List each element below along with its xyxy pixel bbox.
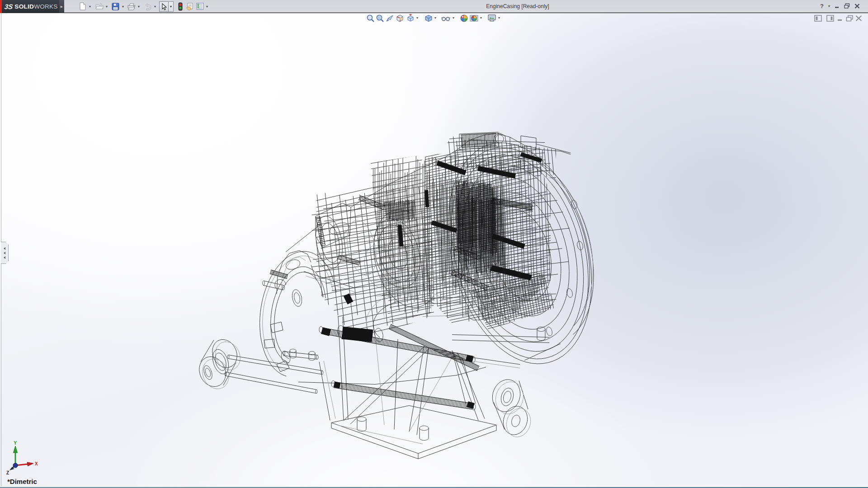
- close-doc-icon: [855, 15, 863, 22]
- svg-text:Y: Y: [14, 440, 17, 446]
- new-document-icon: [79, 2, 86, 10]
- hide-show-items-button[interactable]: [441, 14, 450, 23]
- show-display-pane-button[interactable]: [826, 15, 834, 22]
- options-icon: [196, 2, 204, 10]
- previous-view-icon: [386, 14, 394, 23]
- apply-scene-icon: [470, 14, 478, 23]
- options-button[interactable]: [195, 1, 205, 11]
- graphics-viewport[interactable]: ▼ ▼ ▼: [0, 13, 868, 486]
- reference-triad: Y X Z: [0, 439, 40, 475]
- feature-pane-icon: [814, 15, 822, 22]
- glasses-icon: [441, 14, 450, 23]
- menu-expand-arrow[interactable]: ▶: [59, 0, 64, 13]
- open-button[interactable]: [95, 1, 104, 11]
- view-settings-button[interactable]: [487, 14, 496, 23]
- print-icon: [127, 3, 136, 10]
- display-style-button[interactable]: [424, 14, 433, 23]
- brand-name-light: WORKS: [34, 3, 58, 10]
- file-properties-icon: [186, 2, 194, 10]
- print-button[interactable]: [127, 1, 136, 11]
- save-floppy-icon: [112, 3, 119, 10]
- open-folder-icon: [95, 3, 104, 10]
- svg-text:X: X: [35, 461, 38, 466]
- undo-dropdown[interactable]: ▼: [153, 1, 157, 11]
- file-properties-button[interactable]: [185, 1, 195, 11]
- feature-panel-collapsed-tab[interactable]: [1, 242, 9, 264]
- save-dropdown[interactable]: ▼: [121, 1, 125, 11]
- select-dropdown[interactable]: ▼: [169, 1, 174, 12]
- open-dropdown[interactable]: ▼: [104, 1, 109, 11]
- new-button[interactable]: [78, 1, 87, 11]
- zoom-to-area-icon: [376, 14, 384, 23]
- zoom-to-area-button[interactable]: [376, 14, 384, 23]
- selection-filter-button[interactable]: [175, 1, 185, 11]
- apply-scene-dropdown[interactable]: ▼: [479, 16, 483, 19]
- close-icon: [854, 4, 860, 9]
- collapse-arrow-icon: [4, 247, 5, 250]
- document-title: EngineCasing [Read-only]: [212, 0, 823, 13]
- close-button[interactable]: [853, 2, 861, 10]
- view-orientation-icon: [406, 14, 415, 23]
- section-view-button[interactable]: [396, 14, 404, 23]
- restore-doc-button[interactable]: [846, 15, 854, 22]
- select-cursor-icon: [161, 3, 167, 10]
- model-generated-wireframe: [199, 127, 594, 459]
- new-dropdown[interactable]: ▼: [88, 1, 92, 11]
- restore-doc-icon: [846, 15, 854, 22]
- engine-casing-model: [0, 13, 868, 486]
- help-dropdown[interactable]: ▼: [827, 2, 831, 10]
- restore-button[interactable]: [843, 2, 851, 10]
- view-settings-icon: [487, 14, 496, 23]
- statusbar-top-edge: [0, 486, 868, 488]
- brand-name-bold: SOLID: [14, 3, 34, 10]
- view-orientation-button[interactable]: [406, 14, 415, 23]
- view-orientation-label: *Dimetric: [7, 478, 37, 485]
- display-style-dropdown[interactable]: ▼: [434, 16, 437, 19]
- close-doc-button[interactable]: [855, 15, 863, 22]
- model-generated-solids: [270, 133, 542, 409]
- collapse-arrow-icon: [4, 256, 5, 259]
- undo-button[interactable]: [143, 1, 152, 11]
- section-view-icon: [396, 14, 404, 23]
- 3ds-logo-icon: 3S: [4, 3, 14, 10]
- restore-icon: [844, 3, 850, 9]
- hide-show-items-dropdown[interactable]: ▼: [452, 16, 455, 19]
- triad-y-axis: Y: [14, 440, 18, 465]
- display-pane-icon: [826, 15, 834, 22]
- logo-red-accent: [0, 0, 2, 13]
- show-feature-pane-button[interactable]: [814, 15, 822, 22]
- minimize-button[interactable]: [833, 2, 840, 10]
- print-dropdown[interactable]: ▼: [137, 1, 141, 11]
- minimize-doc-button[interactable]: [837, 15, 844, 22]
- triad-x-axis: X: [15, 461, 38, 466]
- undo-icon: [144, 3, 152, 10]
- appearance-sphere-icon: [460, 14, 468, 23]
- save-button[interactable]: [111, 1, 120, 11]
- triad-origin: [13, 463, 18, 468]
- apply-scene-button[interactable]: [470, 14, 478, 23]
- collapse-arrow-icon: [4, 252, 5, 254]
- solidworks-logo[interactable]: 3S SOLID WORKS: [0, 0, 64, 13]
- options-dropdown[interactable]: ▼: [205, 1, 209, 11]
- zoom-to-fit-icon: [366, 14, 375, 23]
- zoom-to-fit-button[interactable]: [366, 14, 375, 23]
- view-orientation-dropdown[interactable]: ▼: [415, 16, 419, 19]
- display-style-icon: [424, 14, 433, 23]
- title-bar: EngineCasing [Read-only] 3S SOLID WORKS …: [0, 0, 868, 13]
- view-settings-dropdown[interactable]: ▼: [497, 16, 501, 19]
- traffic-light-icon: [178, 2, 183, 11]
- minimize-icon: [835, 4, 840, 9]
- help-button[interactable]: ?: [818, 2, 826, 10]
- svg-text:Z: Z: [6, 470, 9, 475]
- minimize-doc-icon: [837, 15, 844, 22]
- edit-appearance-button[interactable]: [460, 14, 468, 23]
- previous-view-button[interactable]: [386, 14, 394, 23]
- select-button[interactable]: [159, 1, 169, 12]
